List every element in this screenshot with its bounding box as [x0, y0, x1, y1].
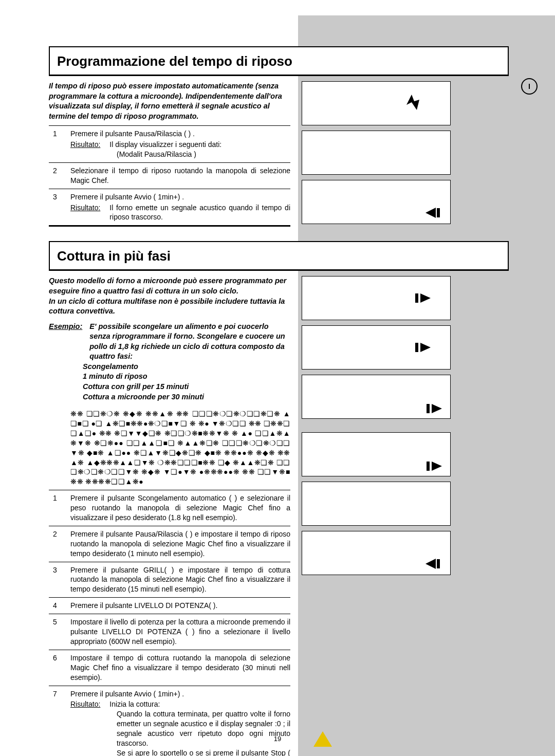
- section2-title-box: Cottura in più fasi: [49, 241, 509, 269]
- step: 3 Premere il pulsante Avvio ( 1min+) . R…: [49, 189, 290, 226]
- svg-marker-3: [420, 293, 431, 303]
- illustration-box: [302, 375, 451, 419]
- pause-icon: [404, 92, 424, 113]
- step: 1 Premere il pulsante Pausa/Rilascia ( )…: [49, 126, 290, 162]
- illustration-box: [302, 482, 451, 526]
- section1-title: Programmazione del tempo di riposo: [50, 47, 508, 75]
- svg-rect-4: [415, 343, 418, 352]
- svg-rect-1: [437, 208, 440, 217]
- play-arrow-icon: [425, 459, 446, 473]
- illustration-box: [302, 81, 451, 125]
- step: 2 Premere il pulsante Pausa/Rilascia ( )…: [49, 526, 290, 562]
- tab-marker-icon: [521, 78, 538, 95]
- svg-rect-8: [427, 462, 430, 471]
- start-arrow-icon: [420, 205, 446, 220]
- step: 2 Selezionare il tempo di riposo ruotand…: [49, 163, 290, 189]
- illustration-box: [302, 180, 451, 224]
- step: 3 Premere il pulsante GRILL( ) e imposta…: [49, 562, 290, 598]
- svg-rect-6: [427, 404, 430, 413]
- svg-marker-9: [432, 462, 442, 471]
- step-text: Premere il pulsante Avvio ( 1min+) . Ris…: [70, 192, 290, 223]
- play-arrow-icon: [414, 341, 435, 354]
- illustration-box: [302, 325, 451, 370]
- step-number: 3: [49, 192, 70, 223]
- example-label: Esempio:: [49, 322, 82, 362]
- play-arrow-icon: [414, 291, 435, 305]
- section2-intro: Questo modello di forno a microonde può …: [49, 271, 290, 320]
- section1-title-box: Programmazione del tempo di riposo: [49, 46, 509, 75]
- step-text: Premere il pulsante Pausa/Rilascia ( ) .…: [70, 129, 290, 159]
- step: 4 Premere il pulsante LIVELLO DI POTENZA…: [49, 598, 290, 614]
- section2-body: Questo modello di forno a microonde può …: [49, 271, 509, 756]
- start-arrow-icon: [420, 556, 446, 571]
- example-list: Scongelamento 1 minuto di riposo Cottura…: [49, 362, 290, 402]
- svg-marker-10: [425, 559, 436, 569]
- svg-marker-7: [432, 404, 442, 413]
- step: 6 Impostare il tempo di cottura ruotando…: [49, 650, 290, 686]
- step-number: 1: [49, 129, 70, 159]
- play-arrow-icon: [425, 402, 446, 415]
- section2-title: Cottura in più fasi: [50, 242, 508, 269]
- example-text: E' possibile scongelare un alimento e po…: [89, 322, 290, 362]
- example-block: Esempio: E' possibile scongelare un alim…: [49, 321, 290, 407]
- corrupt-note: ❋❋ ❏❏❋❍❋ ❋◆❋ ❋❋▲❋ ❋❋ ❏❏❏❋❍❏❋❍❏❏❋❏❋ ▲❏■❏ …: [49, 406, 290, 490]
- step: 5 Impostare il livello di potenza per la…: [49, 614, 290, 650]
- section1-right: [302, 76, 451, 227]
- illustration-box: [302, 432, 451, 476]
- section1-body: Il tempo di riposo può essere impostato …: [49, 76, 509, 227]
- illustration-box: [302, 276, 451, 320]
- step-number: 2: [49, 166, 70, 186]
- section2-left: Questo modello di forno a microonde può …: [49, 271, 290, 756]
- svg-marker-5: [420, 343, 431, 352]
- step: 7 Premere il pulsante Avvio ( 1min+) . R…: [49, 686, 290, 757]
- rule: [49, 225, 290, 227]
- step: 1 Premere il pulsante Scongelamento auto…: [49, 490, 290, 526]
- main-content: Programmazione del tempo di riposo Il te…: [49, 46, 509, 756]
- illustration-box: [302, 131, 451, 175]
- illustration-box: [302, 531, 451, 575]
- step-text: Selezionare il tempo di riposo ruotando …: [70, 166, 290, 186]
- section2-right: [302, 271, 451, 756]
- svg-marker-0: [425, 208, 436, 218]
- document-page: Programmazione del tempo di riposo Il te…: [0, 0, 555, 756]
- svg-rect-2: [415, 293, 418, 303]
- section1-intro: Il tempo di riposo può essere impostato …: [49, 76, 290, 125]
- svg-rect-11: [437, 559, 440, 568]
- section1-left: Il tempo di riposo può essere impostato …: [49, 76, 290, 227]
